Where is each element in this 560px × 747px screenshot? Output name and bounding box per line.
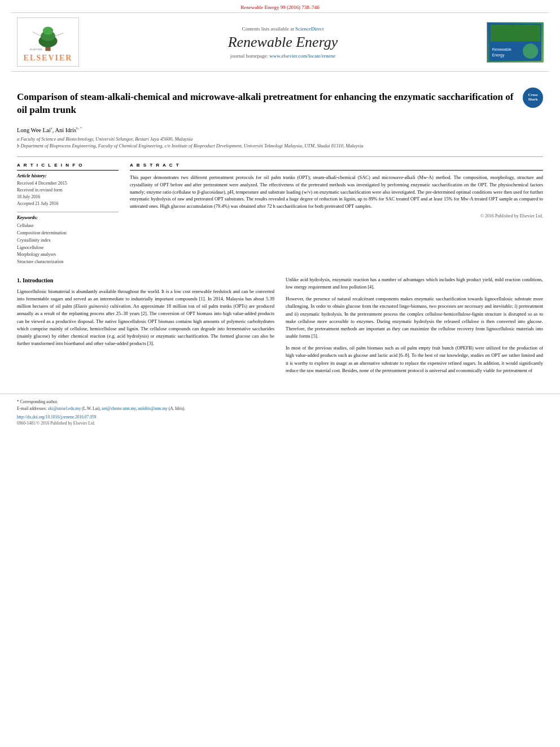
corresponding-note: * Corresponding author. [17, 399, 543, 405]
abstract-section: A B S T R A C T This paper demonstrates … [130, 163, 543, 266]
article-info-label: A R T I C L E I N F O [17, 163, 119, 168]
journal-cover-image: Renewable Energy [487, 22, 543, 63]
keyword-5: Morphology analyses [17, 251, 119, 259]
received-date: Received 4 December 2015 [17, 180, 119, 187]
authors-line: Long Wee Laia, Ani Idrisb, * [17, 126, 543, 133]
abstract-text: This paper demonstrates two different pr… [130, 174, 543, 210]
svg-point-9 [523, 43, 538, 58]
elsevier-label: ELSEVIER [24, 54, 73, 63]
elsevier-logo: ELSEVIER ELSEVIER [17, 18, 79, 67]
keywords-label: Keywords: [17, 215, 119, 220]
abstract-copyright: © 2016 Published by Elsevier Ltd. [130, 213, 543, 219]
svg-point-3 [43, 27, 53, 35]
keyword-6: Structure characterization [17, 259, 119, 266]
abstract-label: A B S T R A C T [130, 163, 543, 168]
email-2[interactable]: ani@cheme.utm.my [102, 406, 135, 411]
keyword-2: Composition determination [17, 230, 119, 237]
author-2-sup: b, * [76, 126, 82, 130]
science-direct-anchor[interactable]: ScienceDirect [295, 26, 323, 32]
email1-name: (L.W. Lai), [82, 406, 100, 411]
intro-para-right-3: In most of the previous studies, oil pal… [286, 344, 543, 374]
keyword-3: Crystallinity index [17, 237, 119, 244]
science-direct-link: Contents lists available at ScienceDirec… [85, 26, 481, 32]
intro-para-1: Lignocellulosic biomaterial is abundantl… [17, 288, 274, 347]
issn-line: 0960-1481/© 2016 Published by Elsevier L… [17, 421, 543, 426]
article-history: Article history: Received 4 December 201… [17, 170, 119, 207]
article-info-abstract: A R T I C L E I N F O Article history: R… [17, 163, 543, 266]
journal-header: ELSEVIER ELSEVIER Contents lists availab… [11, 12, 549, 72]
svg-text:ELSEVIER: ELSEVIER [30, 48, 43, 51]
keywords-section: Keywords: Cellulase Composition determin… [17, 212, 119, 266]
corresponding-note-text: * Corresponding author. [17, 399, 58, 404]
svg-rect-8 [491, 25, 540, 41]
body-content: 1. Introduction Lignocellulosic biomater… [17, 276, 543, 379]
journal-homepage-link[interactable]: www.elsevier.com/locate/renene [269, 53, 335, 59]
keywords-list: Cellulase Composition determination Crys… [17, 222, 119, 266]
doi-line: http://dx.doi.org/10.1016/j.renene.2016.… [17, 414, 543, 420]
email3-name: (A. Idris). [169, 406, 186, 411]
keyword-4: Lignocellulose [17, 244, 119, 252]
email2-sep: , [136, 406, 137, 411]
journal-ref-text: Renewable Energy 99 (2016) 738–746 [240, 5, 319, 10]
affiliations: a Faculty of Science and Biotechnology, … [17, 136, 543, 150]
body-right-column: Unlike acid hydrolysis, enzymatic reacti… [286, 276, 543, 379]
article-info-column: A R T I C L E I N F O Article history: R… [17, 163, 119, 266]
journal-name: Renewable Energy [85, 34, 481, 51]
header-divider [17, 156, 543, 157]
accepted-date: Accepted 21 July 2016 [17, 200, 119, 207]
journal-title-block: Contents lists available at ScienceDirec… [85, 26, 481, 59]
intro-para-right-1: Unlike acid hydrolysis, enzymatic reacti… [286, 276, 543, 291]
body-left-column: 1. Introduction Lignocellulosic biomater… [17, 276, 274, 379]
email-1[interactable]: zki@unisel.edu.my [48, 406, 81, 411]
affiliation-b: b Department of Bioprocess Engineering, … [17, 143, 543, 150]
page: Renewable Energy 99 (2016) 738–746 ELSEV… [0, 0, 560, 747]
doi-link[interactable]: http://dx.doi.org/10.1016/j.renene.2016.… [17, 414, 96, 420]
journal-cover-svg: Renewable Energy [489, 23, 541, 62]
contents-text: Contents lists available at [242, 26, 294, 32]
email-label: E-mail addresses: [17, 406, 47, 411]
homepage-text: journal homepage: [230, 53, 268, 59]
author-1-sup: a [51, 126, 53, 130]
journal-reference: Renewable Energy 99 (2016) 738–746 [0, 0, 560, 12]
footer: * Corresponding author. E-mail addresses… [0, 394, 560, 430]
email-3[interactable]: aniidris@utm.my [138, 406, 168, 411]
author-2-name: Ani Idris [55, 126, 76, 133]
email-line: E-mail addresses: zki@unisel.edu.my (L.W… [17, 405, 543, 412]
elsevier-tree-icon: ELSEVIER [25, 21, 71, 53]
intro-para-right-2: However, the presence of natural recalci… [286, 295, 543, 340]
journal-homepage: journal homepage: www.elsevier.com/locat… [85, 53, 481, 59]
introduction-heading: 1. Introduction [17, 276, 274, 285]
received-revised-label: Received in revised form [17, 187, 119, 194]
revised-date: 18 July 2016 [17, 194, 119, 200]
article-title: Comparison of steam-alkali-chemical and … [17, 91, 543, 117]
svg-text:Renewable: Renewable [492, 47, 511, 51]
affiliation-a: a Faculty of Science and Biotechnology, … [17, 136, 543, 143]
abstract-content: This paper demonstrates two different pr… [130, 170, 543, 219]
crossmark-badge: CrossMark [523, 88, 543, 108]
author-1-name: Long Wee Lai [17, 126, 51, 133]
keyword-1: Cellulase [17, 222, 119, 230]
svg-text:Energy: Energy [492, 53, 505, 58]
main-content: CrossMark Comparison of steam-alkali-che… [0, 72, 560, 388]
history-label: Article history: [17, 173, 119, 178]
